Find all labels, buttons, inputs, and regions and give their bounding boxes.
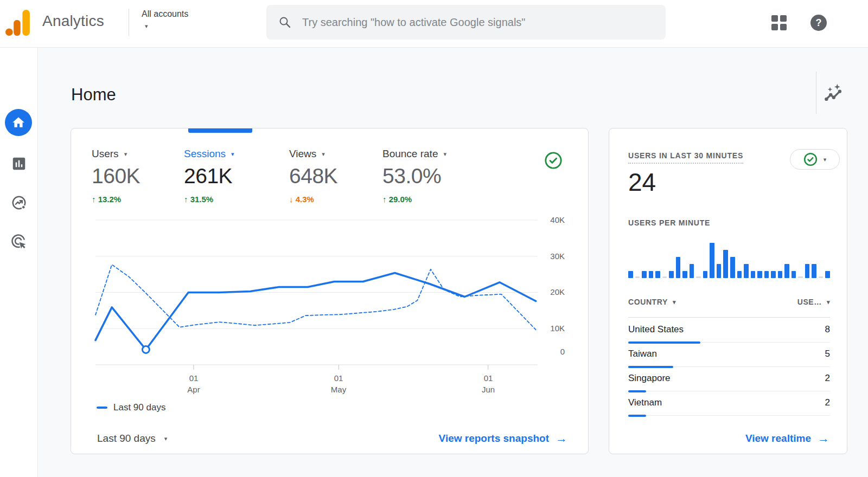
data-point-marker	[142, 346, 149, 353]
insights-sparkline-icon	[823, 82, 844, 103]
users-column-header[interactable]: USE…▾	[797, 298, 830, 306]
table-header-divider	[628, 317, 830, 318]
metric-views[interactable]: Views▾ 648K ↓ 4.3%	[289, 148, 337, 204]
status-check-icon	[803, 152, 818, 166]
home-icon	[11, 115, 25, 130]
minute-bar	[723, 250, 728, 278]
realtime-status-dropdown[interactable]: ▾	[790, 149, 840, 170]
view-realtime-link[interactable]: View realtime →	[745, 431, 829, 446]
minute-bar	[805, 264, 810, 278]
chevron-down-icon: ▾	[824, 156, 827, 163]
sidebar-item-reports[interactable]	[7, 152, 31, 176]
ads-click-icon	[11, 234, 27, 250]
minute-bar	[778, 271, 783, 278]
metric-bounce-rate[interactable]: Bounce rate▾ 53.0% ↑ 29.0%	[382, 148, 446, 204]
sessions-trend-plot[interactable]	[95, 220, 538, 365]
overview-card: Users▾ 160K ↑ 13.2% Sessions▾ 261K ↑ 31.…	[71, 128, 589, 454]
delta-arrow-icon: ↑	[382, 195, 387, 204]
insights-divider	[816, 72, 816, 114]
minute-bar	[642, 271, 647, 278]
legend-swatch	[97, 407, 107, 409]
minute-bar	[784, 264, 789, 278]
chevron-down-icon: ▾	[827, 299, 830, 306]
country-name: Singapore	[628, 373, 671, 384]
chevron-down-icon: ▾	[673, 299, 676, 306]
metric-users[interactable]: Users▾ 160K ↑ 13.2%	[92, 148, 140, 204]
minute-bar	[792, 271, 796, 278]
metric-sessions[interactable]: Sessions▾ 261K ↑ 31.5%	[184, 148, 234, 204]
minute-bar	[812, 264, 816, 278]
minute-bar	[737, 271, 742, 278]
chevron-down-icon: ▾	[145, 23, 188, 30]
minute-bar	[682, 271, 687, 278]
country-users: 8	[825, 324, 830, 335]
app-header: Analytics All accounts ▾ ?	[0, 0, 868, 48]
metric-value: 648K	[289, 164, 337, 188]
country-bar	[628, 415, 646, 417]
table-row[interactable]: Singapore 2	[628, 367, 830, 391]
minute-bar	[757, 271, 762, 278]
minute-bar	[703, 271, 708, 278]
minute-bar	[751, 271, 756, 278]
minute-bar	[635, 276, 640, 278]
chevron-down-icon[interactable]: ▾	[443, 151, 446, 158]
table-row[interactable]: Vietnam 2	[628, 391, 830, 416]
date-range-selector[interactable]: Last 90 days ▾	[97, 433, 167, 444]
x-axis-tick: 01Apr	[175, 372, 213, 395]
metric-label: Views	[289, 148, 316, 160]
page-title: Home	[71, 85, 116, 105]
metric-label: Bounce rate	[382, 148, 438, 160]
sidebar-item-home[interactable]	[5, 109, 32, 136]
metric-value: 160K	[92, 164, 140, 188]
minute-bar	[649, 271, 654, 278]
sidebar-item-advertising[interactable]	[7, 230, 31, 254]
search-input[interactable]	[302, 16, 654, 29]
bar-chart-icon	[11, 156, 27, 172]
y-axis-tick: 40K	[543, 215, 565, 224]
table-row[interactable]: United States 8	[628, 318, 830, 343]
bar-track	[628, 415, 830, 416]
minute-bar	[730, 257, 735, 278]
y-axis-tick: 10K	[543, 324, 565, 333]
account-selector-label: All accounts	[142, 9, 188, 18]
chevron-down-icon[interactable]: ▾	[124, 151, 127, 158]
chevron-down-icon[interactable]: ▾	[322, 151, 325, 158]
country-name: Taiwan	[628, 349, 657, 359]
series-current	[95, 273, 536, 350]
minute-bar	[662, 276, 667, 278]
help-icon[interactable]: ?	[810, 15, 827, 31]
account-selector[interactable]: All accounts ▾	[142, 9, 188, 30]
overview-card-footer: Last 90 days ▾ View reports snapshot →	[97, 427, 567, 450]
google-analytics-logo[interactable]	[5, 10, 30, 38]
view-realtime-link-row: View realtime →	[745, 427, 829, 450]
minute-bar	[676, 257, 681, 278]
header-divider	[129, 9, 129, 36]
y-axis-tick: 20K	[543, 287, 565, 296]
chart-legend: Last 90 days	[97, 402, 165, 413]
arrow-right-icon: →	[556, 431, 567, 446]
minute-bar	[655, 271, 660, 278]
country-users: 2	[825, 397, 830, 408]
metric-label: Sessions	[184, 148, 226, 160]
users-per-minute-label: USERS PER MINUTE	[628, 218, 710, 227]
minute-bar	[710, 243, 714, 278]
apps-grid-icon[interactable]	[771, 15, 787, 30]
chevron-down-icon[interactable]: ▾	[231, 151, 234, 158]
y-axis-tick: 30K	[543, 252, 565, 261]
logo-mid-bar	[14, 20, 21, 36]
metric-label: Users	[92, 148, 119, 160]
insights-button[interactable]	[821, 81, 845, 105]
minute-bar	[717, 264, 722, 278]
country-column-header[interactable]: COUNTRY▾	[628, 298, 676, 306]
date-range-label: Last 90 days	[97, 433, 156, 444]
country-name: United States	[628, 324, 684, 335]
delta-arrow-icon: ↑	[92, 195, 96, 204]
realtime-card: USERS IN LAST 30 MINUTES ▾ 24 USERS PER …	[609, 128, 847, 454]
minute-bar	[696, 276, 701, 278]
sidebar-item-explore[interactable]	[7, 191, 31, 215]
search-bar[interactable]	[266, 5, 666, 40]
view-reports-snapshot-link[interactable]: View reports snapshot →	[439, 431, 567, 446]
no-anomalies-check-icon[interactable]	[544, 151, 563, 170]
x-axis-tick: 01Jun	[469, 372, 507, 395]
table-row[interactable]: Taiwan 5	[628, 343, 830, 367]
